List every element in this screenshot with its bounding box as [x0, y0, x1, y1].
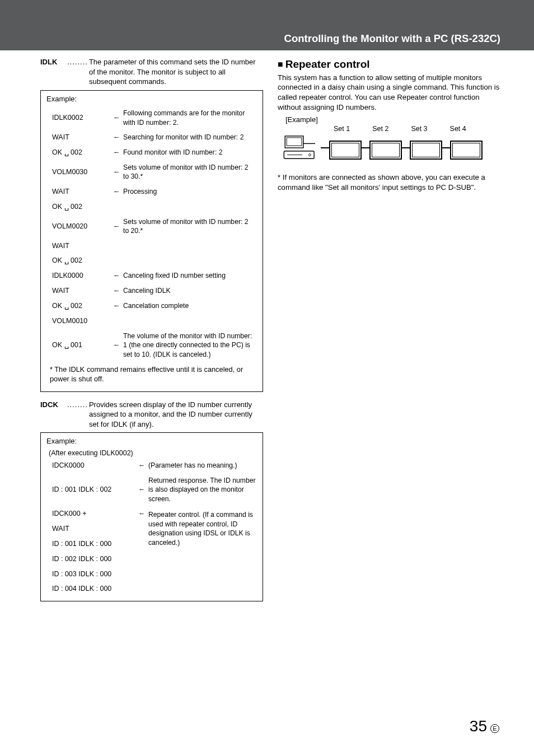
example-table-1: IDLK0002←Following commands are for the … — [46, 106, 257, 387]
subheading-text: Repeater control — [285, 57, 370, 72]
set-label: Set 4 — [450, 124, 466, 134]
cable-icon — [401, 147, 410, 148]
page-number: 35 E — [470, 716, 499, 737]
monitor-box-icon — [369, 141, 402, 160]
example-table-2: IDCK0000←(Parameter has no meaning.) ID … — [46, 458, 257, 597]
table-row: ID : 002 IDLK : 000 — [46, 552, 257, 567]
dots: ........ — [67, 400, 89, 430]
table-row: IDLK0000←Canceling fixed ID number setti… — [46, 268, 257, 283]
paragraph-repeater: This system has a function to allow sett… — [278, 73, 500, 113]
footnote: * If monitors are connected as shown abo… — [278, 172, 500, 193]
example-label-right: [Example] — [285, 115, 500, 125]
command-def-idck: IDCK ........ Provides screen display of… — [40, 400, 263, 430]
cable-icon — [321, 147, 330, 148]
set-label: Set 1 — [334, 124, 350, 134]
table-row: WAIT←Canceling IDLK — [46, 283, 257, 298]
page-edition-icon: E — [490, 724, 499, 733]
cmd-name-idck: IDCK — [40, 400, 67, 430]
table-row: IDCK0000←(Parameter has no meaning.) — [46, 458, 257, 473]
monitor-box-icon — [450, 141, 483, 160]
example-label: Example: — [46, 436, 257, 449]
subheading-repeater: ■ Repeater control — [278, 57, 500, 72]
square-bullet-icon: ■ — [278, 58, 283, 71]
cmd-desc-idlk: The parameter of this command sets the I… — [89, 57, 263, 87]
table-row: OK ␣ 001←The volume of the monitor with … — [46, 329, 257, 362]
example-label: Example: — [46, 94, 257, 106]
set-label: Set 3 — [411, 124, 427, 134]
monitor-box-icon — [410, 141, 442, 160]
cmd-desc-idck: Provides screen display of the ID number… — [89, 400, 263, 430]
set-label: Set 2 — [372, 124, 388, 134]
left-column: IDLK ........ The parameter of this comm… — [40, 57, 263, 609]
table-row: IDCK000 +←Repeater control. (If a comman… — [46, 506, 257, 521]
right-column: ■ Repeater control This system has a fun… — [278, 57, 500, 609]
table-row: WAIT — [46, 239, 257, 254]
table-row: OK ␣ 002←Cancelation complete — [46, 298, 257, 314]
set-labels-row: Set 1 Set 2 Set 3 Set 4 — [334, 124, 500, 134]
table-row: OK ␣ 002 — [46, 199, 257, 214]
svg-rect-1 — [287, 138, 302, 146]
page-number-value: 35 — [470, 716, 487, 737]
table-row: OK ␣ 002 — [46, 253, 257, 268]
cable-icon — [442, 147, 451, 148]
svg-point-3 — [308, 154, 311, 156]
table-row: ID : 004 IDLK : 000 — [46, 581, 257, 596]
table-row: IDLK0002←Following commands are for the … — [46, 106, 257, 130]
dots: ........ — [67, 57, 89, 87]
cable-icon — [361, 147, 370, 148]
table-row: VOLM0030←Sets volume of monitor with ID … — [46, 160, 257, 184]
example-note: * The IDLK command remains effective unt… — [46, 362, 257, 387]
example-box-2: Example: (After executing IDLK0002) IDCK… — [40, 432, 263, 601]
monitor-box-icon — [329, 141, 362, 160]
table-row: VOLM0010 — [46, 314, 257, 329]
page-header-title: Controlling the Monitor with a PC (RS-23… — [284, 32, 500, 46]
table-row: ID : 001 IDLK : 002←Returned response. T… — [46, 473, 257, 506]
table-row: VOLM0020←Sets volume of monitor with ID … — [46, 214, 257, 239]
table-row: WAIT←Searching for monitor with ID numbe… — [46, 130, 257, 145]
connection-diagram — [282, 135, 500, 165]
table-row: OK ␣ 002←Found monitor with ID number: 2 — [46, 145, 257, 160]
table-row: WAIT←Processing — [46, 184, 257, 199]
cmd-name-idlk: IDLK — [40, 57, 67, 87]
example-box-1: Example: IDLK0002←Following commands are… — [40, 90, 263, 392]
example-after: (After executing IDLK0002) — [46, 449, 257, 458]
pc-icon — [282, 135, 321, 165]
table-row: ID : 003 IDLK : 000 — [46, 567, 257, 582]
command-def-idlk: IDLK ........ The parameter of this comm… — [40, 57, 263, 87]
